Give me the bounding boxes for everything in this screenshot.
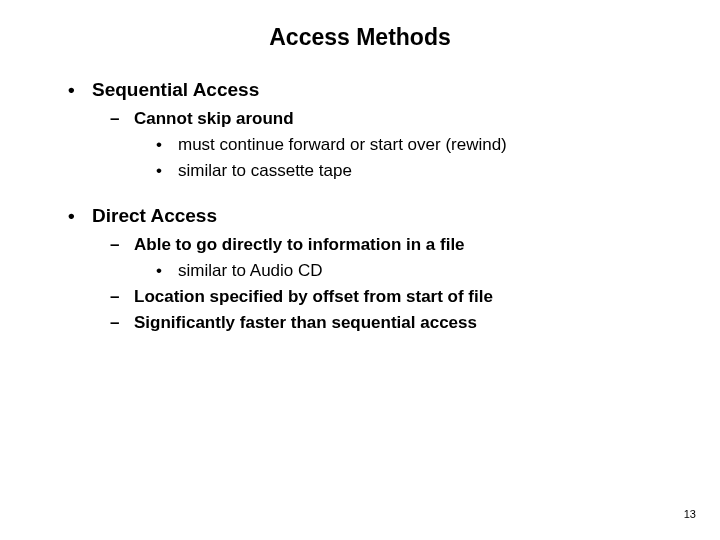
bullet-list-level3: must continue forward or start over (rew…	[134, 135, 670, 181]
bullet-list-level3: similar to Audio CD	[134, 261, 670, 281]
detail-item: similar to cassette tape	[156, 161, 670, 181]
sub-item: Location specified by offset from start …	[110, 287, 670, 307]
sub-text: Significantly faster than sequential acc…	[134, 313, 477, 332]
sub-item: Significantly faster than sequential acc…	[110, 313, 670, 333]
bullet-list-level2: Able to go directly to information in a …	[92, 235, 670, 333]
sub-text: Location specified by offset from start …	[134, 287, 493, 306]
sub-text: Cannot skip around	[134, 109, 294, 128]
bullet-list-level1: Sequential Access Cannot skip around mus…	[50, 79, 670, 181]
section-heading: Direct Access	[92, 205, 217, 226]
section-direct: Direct Access Able to go directly to inf…	[68, 205, 670, 333]
sub-item: Able to go directly to information in a …	[110, 235, 670, 281]
slide-title: Access Methods	[50, 24, 670, 51]
bullet-list-level1: Direct Access Able to go directly to inf…	[50, 205, 670, 333]
section-heading: Sequential Access	[92, 79, 259, 100]
detail-item: must continue forward or start over (rew…	[156, 135, 670, 155]
detail-item: similar to Audio CD	[156, 261, 670, 281]
sub-text: Able to go directly to information in a …	[134, 235, 465, 254]
sub-item: Cannot skip around must continue forward…	[110, 109, 670, 181]
page-number: 13	[684, 508, 696, 520]
bullet-list-level2: Cannot skip around must continue forward…	[92, 109, 670, 181]
spacer	[50, 191, 670, 205]
section-sequential: Sequential Access Cannot skip around mus…	[68, 79, 670, 181]
